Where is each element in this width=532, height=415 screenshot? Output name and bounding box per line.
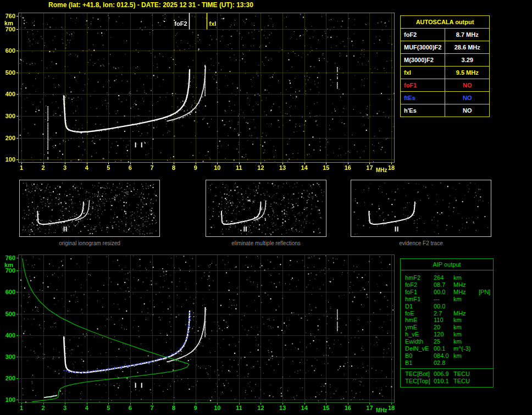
- table-row: fxI9.5 MHz: [401, 67, 490, 79]
- param-value: 08.7: [433, 281, 453, 289]
- table-row: B0084.0km: [401, 352, 493, 359]
- param-label: TEC[Bot]: [405, 370, 433, 378]
- param-value: 006.9: [433, 370, 453, 378]
- param-unit: km: [453, 274, 479, 281]
- table-row: DelN_vE00.1m^(-3): [401, 345, 493, 352]
- param-label: D1: [405, 303, 433, 310]
- param-label: h_vE: [405, 331, 433, 338]
- thumbnail-f2-trace: [351, 180, 491, 237]
- table-row: MUF(3000)F228.6 MHz: [401, 41, 490, 54]
- thumbnail-caption-f2: evidence F2 trace: [351, 240, 491, 246]
- param-note: [PN]: [479, 289, 492, 296]
- param-note: [479, 370, 492, 378]
- param-unit: km: [453, 296, 479, 303]
- param-value: NO: [445, 104, 490, 117]
- param-value: 20: [433, 324, 453, 331]
- param-label: foE: [405, 310, 433, 317]
- table-row: foF100.0MHz[PN]: [401, 289, 493, 296]
- param-label: MUF(3000)F2: [401, 41, 445, 54]
- param-value: 120: [433, 331, 453, 338]
- param-label: foF2: [405, 281, 433, 289]
- param-note: [479, 274, 492, 281]
- param-label: foF2: [401, 29, 445, 41]
- thumbnail-multiple-reflections: [206, 180, 326, 237]
- param-value: ---: [433, 296, 453, 303]
- table-row: hmF2264km: [401, 274, 493, 281]
- table-row: TEC[Top]010.1TECU: [401, 378, 493, 385]
- bottom-ionogram-chart: [0, 250, 401, 415]
- table-row: hmF1---km: [401, 296, 493, 303]
- param-label: Ewidth: [405, 338, 433, 345]
- param-label: fxI: [401, 67, 445, 79]
- param-label: hmF1: [405, 296, 433, 303]
- autoscala-screen: Rome (lat: +41.8, lon: 012.5) - DATE: 20…: [0, 0, 532, 415]
- param-unit: MHz: [453, 289, 479, 296]
- param-value: 25: [433, 338, 453, 345]
- param-note: [479, 352, 492, 359]
- param-value: 02.8: [433, 359, 453, 367]
- param-unit: MHz: [453, 310, 479, 317]
- param-value: 264: [433, 274, 453, 281]
- param-unit: km: [453, 317, 479, 324]
- param-value: NO: [445, 79, 490, 92]
- thumbnail-caption-reflections: eliminate multiple reflections: [206, 240, 326, 246]
- param-unit: MHz: [453, 281, 479, 289]
- param-unit: [453, 303, 479, 310]
- param-value: NO: [445, 92, 490, 104]
- param-unit: [453, 359, 479, 367]
- table-row: B102.8: [401, 359, 493, 367]
- table-row: M(3000)F23.29: [401, 54, 490, 67]
- thumbnail-original-ionogram: [19, 180, 160, 237]
- param-value: 110: [433, 317, 453, 324]
- param-label: hmE: [405, 317, 433, 324]
- param-note: [479, 296, 492, 303]
- param-value: 9.5 MHz: [445, 67, 490, 79]
- param-label: foF1: [401, 79, 445, 92]
- param-value: 010.1: [433, 378, 453, 385]
- param-note: [479, 345, 492, 352]
- param-unit: km: [453, 338, 479, 345]
- aip-table: AIP output hmF2264km foF208.7MHz foF100.…: [400, 258, 494, 388]
- param-label: hmF2: [405, 274, 433, 281]
- table-row: TEC[Bot]006.9TECU: [401, 368, 493, 378]
- param-value: 3.29: [445, 54, 490, 67]
- station-title: Rome (lat: +41.8, lon: 012.5) - DATE: 20…: [48, 1, 253, 9]
- param-note: [479, 281, 492, 289]
- param-note: [479, 378, 492, 385]
- table-row: Ewidth25km: [401, 338, 493, 345]
- param-value: 084.0: [433, 352, 453, 359]
- table-row: foF1NO: [401, 79, 490, 92]
- table-row: foF28.7 MHz: [401, 29, 490, 41]
- param-note: [479, 331, 492, 338]
- table-row: ymE20km: [401, 324, 493, 331]
- param-value: 28.6 MHz: [445, 41, 490, 54]
- table-row: foF208.7MHz: [401, 281, 493, 289]
- table-row: D100.0: [401, 303, 493, 310]
- param-label: ftEs: [401, 92, 445, 104]
- table-row: ftEsNO: [401, 92, 490, 104]
- param-note: [479, 359, 492, 367]
- param-label: B1: [405, 359, 433, 367]
- param-label: DelN_vE: [405, 345, 433, 352]
- aip-table-title: AIP output: [401, 259, 493, 270]
- table-row: hmE110km: [401, 317, 493, 324]
- param-value: 00.0: [433, 303, 453, 310]
- param-note: [479, 324, 492, 331]
- thumbnail-caption-original: original ionogram resized: [19, 240, 160, 246]
- table-row: h_vE120km: [401, 331, 493, 338]
- param-note: [479, 303, 492, 310]
- param-unit: m^(-3): [453, 345, 479, 352]
- param-value: 8.7 MHz: [445, 29, 490, 41]
- param-note: [479, 338, 492, 345]
- param-unit: TECU: [453, 378, 479, 385]
- param-label: M(3000)F2: [401, 54, 445, 67]
- param-label: ymE: [405, 324, 433, 331]
- param-label: TEC[Top]: [405, 378, 433, 385]
- autoscala-table: AUTOSCALA output foF28.7 MHz MUF(3000)F2…: [400, 15, 490, 117]
- param-unit: TECU: [453, 370, 479, 378]
- param-note: [479, 310, 492, 317]
- param-label: foF1: [405, 289, 433, 296]
- param-value: 2.7: [433, 310, 453, 317]
- param-unit: km: [453, 331, 479, 338]
- param-unit: km: [453, 324, 479, 331]
